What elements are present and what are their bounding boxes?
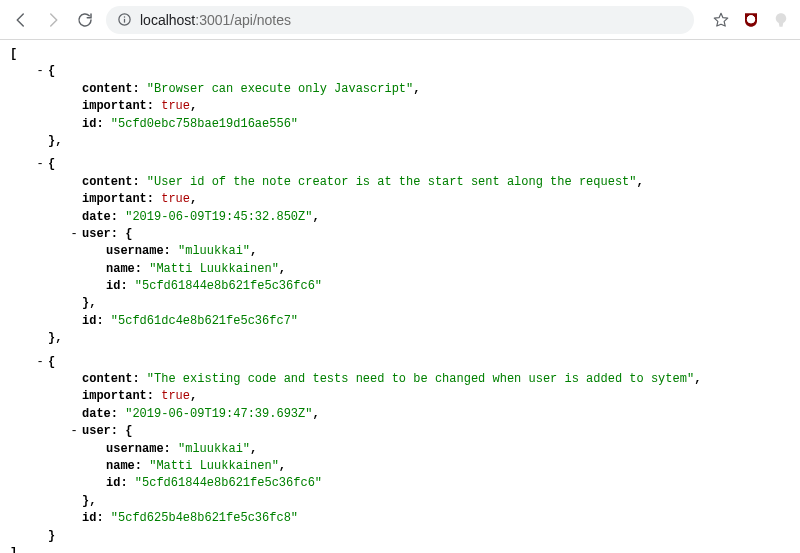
json-line: -id: "5cfd61dc4e8b621fe5c36fc7" bbox=[10, 313, 790, 330]
json-line: -important: true, bbox=[10, 388, 790, 405]
json-line: -user: { bbox=[10, 423, 790, 440]
url-text: localhost:3001/api/notes bbox=[140, 12, 291, 28]
json-viewer-pane: [ -{ -content: "Browser can execute only… bbox=[0, 40, 800, 553]
browser-toolbar: localhost:3001/api/notes u bbox=[0, 0, 800, 40]
collapse-toggle[interactable]: - bbox=[68, 423, 80, 440]
arrow-left-icon bbox=[12, 11, 30, 29]
json-line: -}, bbox=[10, 330, 790, 347]
site-info-icon[interactable] bbox=[116, 12, 132, 28]
json-line: -} bbox=[10, 528, 790, 545]
json-line: -}, bbox=[10, 133, 790, 150]
ublock-extension-icon[interactable]: u bbox=[742, 11, 760, 29]
collapse-toggle[interactable]: - bbox=[34, 156, 46, 173]
bookmark-star-icon[interactable] bbox=[712, 11, 730, 29]
json-line: -id: "5cfd0ebc758bae19d16ae556" bbox=[10, 116, 790, 133]
json-line: -date: "2019-06-09T19:47:39.693Z", bbox=[10, 406, 790, 423]
url-host: localhost bbox=[140, 12, 195, 28]
json-line: -}, bbox=[10, 295, 790, 312]
json-line: -content: "User id of the note creator i… bbox=[10, 174, 790, 191]
collapse-toggle[interactable]: - bbox=[68, 226, 80, 243]
json-line: -name: "Matti Luukkainen", bbox=[10, 458, 790, 475]
json-line: -{ bbox=[10, 156, 790, 173]
arrow-right-icon bbox=[44, 11, 62, 29]
json-line: -date: "2019-06-09T19:45:32.850Z", bbox=[10, 209, 790, 226]
url-bar[interactable]: localhost:3001/api/notes bbox=[106, 6, 694, 34]
json-line: -}, bbox=[10, 493, 790, 510]
json-line: -content: "Browser can execute only Java… bbox=[10, 81, 790, 98]
json-line: -id: "5cfd61844e8b621fe5c36fc6" bbox=[10, 278, 790, 295]
json-line: ] bbox=[10, 545, 790, 553]
json-line: -important: true, bbox=[10, 191, 790, 208]
svg-point-1 bbox=[123, 16, 125, 18]
url-port: :3001 bbox=[195, 12, 230, 28]
collapse-toggle[interactable]: - bbox=[34, 354, 46, 371]
json-line: -content: "The existing code and tests n… bbox=[10, 371, 790, 388]
svg-rect-2 bbox=[123, 19, 124, 23]
url-path: /api/notes bbox=[230, 12, 291, 28]
toolbar-right-icons: u bbox=[712, 11, 790, 29]
back-button[interactable] bbox=[10, 9, 32, 31]
collapse-toggle[interactable]: - bbox=[34, 63, 46, 80]
json-line: -id: "5cfd61844e8b621fe5c36fc6" bbox=[10, 475, 790, 492]
reload-icon bbox=[76, 11, 94, 29]
json-line: -username: "mluukkai", bbox=[10, 243, 790, 260]
json-line: -user: { bbox=[10, 226, 790, 243]
forward-button[interactable] bbox=[42, 9, 64, 31]
json-line: -{ bbox=[10, 63, 790, 80]
json-line: -{ bbox=[10, 354, 790, 371]
json-line: [ bbox=[10, 46, 790, 63]
reload-button[interactable] bbox=[74, 9, 96, 31]
json-line: -username: "mluukkai", bbox=[10, 441, 790, 458]
json-line: -name: "Matti Luukkainen", bbox=[10, 261, 790, 278]
json-line: -id: "5cfd625b4e8b621fe5c36fc8" bbox=[10, 510, 790, 527]
extensions-menu-icon[interactable] bbox=[772, 11, 790, 29]
json-line: -important: true, bbox=[10, 98, 790, 115]
